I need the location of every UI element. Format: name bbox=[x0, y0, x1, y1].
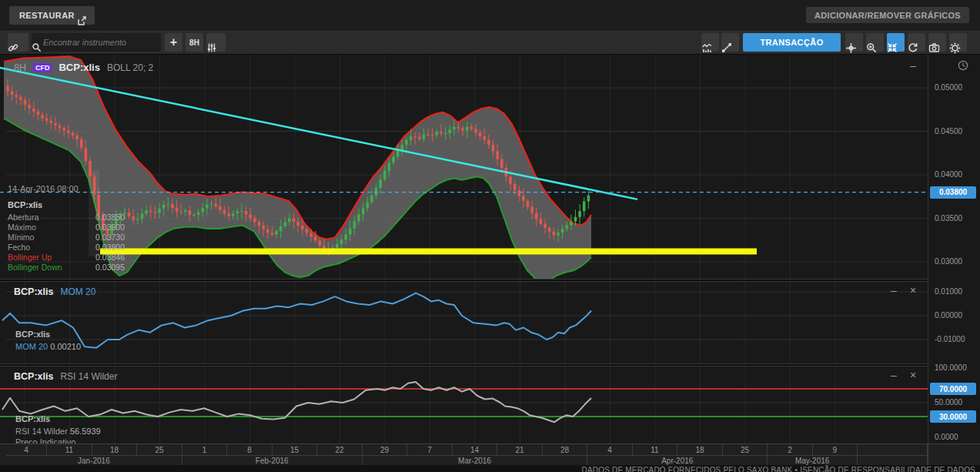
day-tick: 15 bbox=[273, 444, 318, 455]
month-label: Feb-2016 bbox=[182, 455, 363, 466]
month-label: Jan-2016 bbox=[6, 455, 182, 466]
chart-toolbar: + 8H bbox=[0, 29, 980, 55]
zoom-in-button[interactable] bbox=[866, 33, 884, 52]
chart-type-button[interactable] bbox=[701, 33, 719, 52]
day-tick: 2 bbox=[768, 444, 813, 455]
axis-tick-label: 0.04000 bbox=[935, 170, 962, 179]
chart-settings-button[interactable] bbox=[206, 33, 226, 52]
axis-tick-label: 0.0000 bbox=[935, 433, 958, 441]
snapshot-button[interactable] bbox=[928, 33, 946, 52]
crosshair-button[interactable] bbox=[845, 33, 863, 52]
search-input[interactable] bbox=[42, 37, 156, 48]
day-tick: 21 bbox=[497, 444, 543, 455]
day-tick: 11 bbox=[633, 444, 678, 455]
rsi-pane[interactable] bbox=[0, 367, 928, 444]
settings-button[interactable] bbox=[949, 33, 967, 52]
top-bar: RESTAURAR ADICIONAR/REMOVER GRÁFICOS bbox=[0, 0, 980, 29]
day-tick: 25 bbox=[137, 444, 182, 455]
minimize-mom-pane-button[interactable]: – bbox=[891, 286, 897, 295]
axis-tick-label: 0.00000 bbox=[935, 311, 962, 320]
day-tick: 14 bbox=[453, 444, 498, 455]
axis-tick-label: 0.03500 bbox=[935, 214, 962, 223]
instrument-search[interactable] bbox=[32, 33, 161, 52]
day-tick: 18 bbox=[92, 444, 138, 455]
rsi-level-badge: 70.0000 bbox=[930, 383, 976, 395]
month-label: May-2016 bbox=[768, 455, 858, 466]
trading-app: RESTAURAR ADICIONAR/REMOVER GRÁFICOS bbox=[0, 0, 980, 472]
minimize-rsi-pane-button[interactable]: – bbox=[891, 370, 897, 380]
trade-button[interactable]: TRANSACÇÃO bbox=[743, 33, 841, 52]
restore-button[interactable]: RESTAURAR bbox=[9, 6, 85, 25]
month-label-empty bbox=[858, 455, 928, 466]
day-tick: 18 bbox=[677, 444, 723, 455]
month-label: Apr-2016 bbox=[587, 455, 768, 466]
day-tick: 28 bbox=[543, 444, 588, 455]
open-in-new-window-button[interactable] bbox=[76, 6, 95, 25]
data-disclaimer: DADOS DE MERCADO FORNECIDOS PELO SAXO BA… bbox=[582, 466, 975, 472]
main-price-pane[interactable] bbox=[0, 55, 928, 279]
chart-region: 8H CFD BCP:xlis BOLL 20; 2 – 14-Apr-2016… bbox=[0, 55, 980, 444]
axis-tick-label: 0.04500 bbox=[935, 127, 962, 136]
day-tick: 22 bbox=[317, 444, 363, 455]
month-label: Mar-2016 bbox=[363, 455, 588, 466]
plus-icon: + bbox=[170, 38, 177, 46]
last-price-badge: 0.03800 bbox=[930, 186, 976, 199]
time-axis[interactable]: 4111825181522297142128411182529Jan-2016F… bbox=[0, 444, 980, 465]
period-button[interactable]: 8H bbox=[186, 33, 203, 52]
day-tick: 4 bbox=[6, 444, 47, 455]
axis-tick-label: 0.03000 bbox=[935, 257, 962, 266]
axis-tick-label: 0.05000 bbox=[935, 83, 962, 92]
momentum-pane[interactable] bbox=[0, 282, 928, 363]
fit-chart-button[interactable] bbox=[887, 33, 905, 52]
axis-tick-label: 0.01000 bbox=[935, 287, 962, 296]
add-remove-charts-button[interactable]: ADICIONAR/REMOVER GRÁFICOS bbox=[806, 7, 969, 23]
day-tick: 25 bbox=[723, 444, 768, 455]
link-instrument-button[interactable] bbox=[8, 33, 28, 52]
close-rsi-pane-button[interactable]: × bbox=[910, 370, 916, 380]
day-tick: 8 bbox=[227, 444, 273, 455]
price-axis[interactable]: 0.050000.045000.040000.035000.030000.038… bbox=[928, 55, 980, 444]
draw-trendline-button[interactable] bbox=[721, 33, 739, 52]
axis-tick-label: -0.01000 bbox=[935, 335, 965, 343]
add-instrument-button[interactable]: + bbox=[165, 33, 182, 52]
refresh-button[interactable] bbox=[908, 33, 925, 52]
minimize-main-pane-button[interactable]: – bbox=[910, 61, 916, 70]
day-tick-empty bbox=[858, 444, 928, 455]
close-mom-pane-button[interactable]: × bbox=[910, 286, 916, 295]
footer-bar: DADOS DE MERCADO FORNECIDOS PELO SAXO BA… bbox=[0, 465, 980, 472]
day-tick: 29 bbox=[363, 444, 408, 455]
axis-corner bbox=[928, 444, 980, 466]
axis-tick-label: 50.0000 bbox=[935, 398, 962, 407]
day-tick: 9 bbox=[813, 444, 858, 455]
day-tick: 11 bbox=[47, 444, 92, 455]
rsi-level-badge: 30.0000 bbox=[930, 410, 976, 423]
day-tick: 1 bbox=[182, 444, 228, 455]
axis-tick-label: 100.0000 bbox=[935, 363, 967, 372]
day-tick: 4 bbox=[587, 444, 633, 455]
day-tick: 7 bbox=[407, 444, 453, 455]
